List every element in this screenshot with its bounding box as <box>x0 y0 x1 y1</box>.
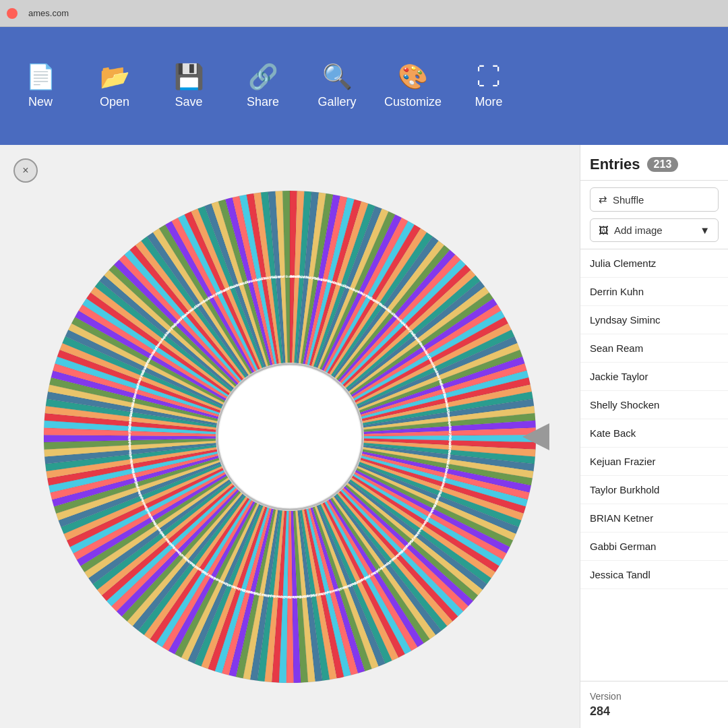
list-item[interactable]: Lyndsay Siminc <box>580 306 728 334</box>
main-content: × Julia ClementzDerrin KuhnLyndsay Simin… <box>0 145 728 728</box>
share-icon: 🔗 <box>248 63 278 91</box>
list-item[interactable]: Jessica Tandl <box>580 561 728 589</box>
gallery-label: Gallery <box>317 95 356 109</box>
list-item[interactable]: Kate Back <box>580 419 728 448</box>
share-label: Share <box>247 95 279 109</box>
browser-url: ames.com <box>28 8 69 18</box>
more-label: More <box>475 95 503 109</box>
list-item[interactable]: Kejuan Frazier <box>580 448 728 476</box>
entries-label: Entries <box>590 156 640 173</box>
toolbar-save[interactable]: 💾 Save <box>162 63 216 109</box>
version-label: Version <box>590 691 719 702</box>
shuffle-icon: ⇄ <box>599 193 607 206</box>
wheel-center <box>219 366 361 508</box>
dropdown-icon: ▼ <box>700 224 710 236</box>
toolbar-customize[interactable]: 🎨 Customize <box>384 63 442 109</box>
toolbar-gallery[interactable]: 🔍 Gallery <box>310 63 364 109</box>
new-icon: 📄 <box>26 63 56 91</box>
open-label: Open <box>100 95 129 109</box>
new-label: New <box>28 95 53 109</box>
toolbar-share[interactable]: 🔗 Share <box>236 63 290 109</box>
toolbar-new[interactable]: 📄 New <box>13 63 67 109</box>
list-item[interactable]: Julia Clementz <box>580 249 728 278</box>
version-number: 284 <box>590 704 719 719</box>
save-label: Save <box>175 95 202 109</box>
toolbar: 📄 New 📂 Open 💾 Save 🔗 Share 🔍 Gallery 🎨 … <box>0 27 728 145</box>
spinner-wheel[interactable]: Julia ClementzDerrin KuhnLyndsay SimincS… <box>37 184 543 690</box>
shuffle-button[interactable]: ⇄ Shuffle <box>590 187 719 212</box>
customize-icon: 🎨 <box>398 63 428 91</box>
sidebar: Entries 213 ⇄ Shuffle 🖼 Add image ▼ Juli… <box>580 145 728 728</box>
arrow-pointer <box>522 423 549 450</box>
gallery-icon: 🔍 <box>322 63 353 91</box>
close-icon: × <box>22 164 28 177</box>
more-icon: ⛶ <box>477 63 501 91</box>
browser-close-btn[interactable] <box>7 8 18 19</box>
add-image-button[interactable]: 🖼 Add image ▼ <box>590 218 719 242</box>
customize-label: Customize <box>384 95 442 109</box>
list-item[interactable]: Derrin Kuhn <box>580 278 728 306</box>
list-item[interactable]: Taylor Burkhold <box>580 476 728 504</box>
wheel-container[interactable]: Julia ClementzDerrin KuhnLyndsay SimincS… <box>37 184 543 690</box>
svg-text:Taylor Burkhold: Taylor Burkhold <box>274 274 300 278</box>
list-item[interactable]: Sean Ream <box>580 334 728 363</box>
add-image-label: Add image <box>614 224 663 236</box>
sidebar-actions: ⇄ Shuffle 🖼 Add image ▼ <box>580 181 728 249</box>
toolbar-open[interactable]: 📂 Open <box>88 63 142 109</box>
list-item[interactable]: BRIAN Ketner <box>580 504 728 533</box>
toolbar-more[interactable]: ⛶ More <box>462 63 516 109</box>
image-icon: 🖼 <box>599 224 609 236</box>
list-item[interactable]: Gabbi German <box>580 533 728 561</box>
list-item[interactable]: Shelly Shocken <box>580 391 728 419</box>
list-item[interactable]: Jackie Taylor <box>580 363 728 391</box>
browser-bar: ames.com <box>0 0 728 27</box>
sidebar-header: Entries 213 <box>580 145 728 181</box>
save-icon: 💾 <box>174 63 204 91</box>
entries-list: Julia ClementzDerrin KuhnLyndsay SimincS… <box>580 249 728 681</box>
entries-count-badge: 213 <box>647 157 679 172</box>
shuffle-label: Shuffle <box>613 194 644 206</box>
close-button[interactable]: × <box>13 158 38 183</box>
open-icon: 📂 <box>100 63 130 91</box>
sidebar-footer: Version 284 <box>580 681 728 728</box>
wheel-area: × Julia ClementzDerrin KuhnLyndsay Simin… <box>0 145 580 728</box>
